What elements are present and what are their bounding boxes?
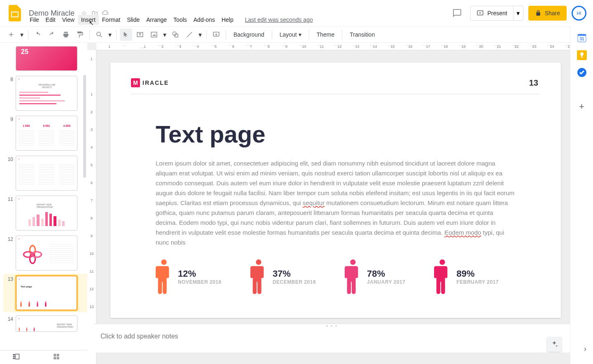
- slide-body-text[interactable]: Lorem ipsum dolor sit amet, consectetuer…: [156, 159, 516, 247]
- svg-rect-20: [45, 303, 47, 307]
- stat-value: 89%: [456, 268, 499, 279]
- stat-value: 37%: [273, 268, 316, 279]
- svg-rect-36: [57, 354, 59, 356]
- svg-point-29: [350, 259, 355, 265]
- svg-rect-35: [54, 354, 56, 356]
- new-slide-dropdown[interactable]: ▾: [19, 28, 25, 41]
- account-avatar[interactable]: HI: [572, 6, 586, 21]
- svg-point-25: [34, 327, 35, 328]
- person-icon: [156, 259, 172, 294]
- svg-point-3: [97, 32, 100, 36]
- svg-point-21: [19, 327, 20, 328]
- svg-rect-5: [151, 32, 157, 37]
- keep-icon[interactable]: [577, 50, 587, 60]
- slide-divider: [131, 94, 540, 94]
- select-tool[interactable]: [120, 28, 132, 41]
- add-sidebar-button[interactable]: +: [579, 101, 584, 112]
- menu-help[interactable]: Help: [218, 15, 237, 25]
- svg-rect-22: [19, 329, 20, 331]
- present-dropdown[interactable]: ▼: [514, 6, 523, 21]
- speaker-notes[interactable]: Click to add speaker notes: [94, 328, 570, 352]
- slide-brand: M IRACLE: [131, 78, 169, 87]
- menu-file[interactable]: File: [26, 15, 42, 25]
- svg-text:31: 31: [579, 37, 584, 41]
- svg-rect-14: [20, 303, 22, 307]
- slide-thumbnail-selected[interactable]: 13 Text page: [3, 274, 87, 312]
- new-slide-button[interactable]: [5, 28, 17, 41]
- slide-thumbnail[interactable]: 12: [5, 236, 87, 271]
- present-button[interactable]: Present: [470, 6, 513, 21]
- paint-format-button[interactable]: [74, 28, 86, 41]
- share-label: Share: [545, 10, 560, 16]
- comment-tool[interactable]: [210, 28, 222, 41]
- menu-edit[interactable]: Edit: [42, 15, 59, 25]
- menu-insert[interactable]: Insert: [78, 15, 99, 25]
- lock-icon: [535, 10, 542, 16]
- menubar: File Edit View Insert Format Slide Arran…: [26, 15, 313, 25]
- person-icon: [434, 259, 451, 294]
- menu-slide[interactable]: Slide: [124, 15, 143, 25]
- slide-thumbnail[interactable]: 11 REPORT "NEWPRESENTATION": [5, 196, 87, 231]
- slides-logo-icon[interactable]: [7, 5, 23, 21]
- notes-resize-handle[interactable]: ● ● ●: [94, 324, 570, 328]
- shape-tool[interactable]: [169, 28, 182, 41]
- stat-item: 12%NOVEMBER 2016: [156, 259, 222, 294]
- slide-thumbnail[interactable]: 10: [5, 156, 87, 191]
- menu-addons[interactable]: Add-ons: [190, 15, 218, 25]
- menu-format[interactable]: Format: [99, 15, 124, 25]
- stats-row: 12%NOVEMBER 201637%DECEMBER 201678%JANUA…: [156, 259, 520, 294]
- line-dropdown[interactable]: ▾: [197, 28, 203, 41]
- filmstrip-view-icon[interactable]: [12, 353, 20, 362]
- svg-rect-33: [13, 358, 15, 359]
- menu-arrange[interactable]: Arrange: [143, 15, 170, 25]
- svg-rect-16: [28, 303, 30, 307]
- collapse-sidepanel-icon[interactable]: ›: [584, 345, 586, 353]
- slide-thumbnail[interactable]: 9 1.590 9.981 4.009: [5, 116, 87, 151]
- undo-button[interactable]: [32, 28, 44, 41]
- brand-logo-icon: M: [131, 78, 140, 87]
- svg-point-19: [45, 301, 47, 303]
- stat-label: JANUARY 2017: [367, 279, 405, 285]
- line-tool[interactable]: [183, 28, 196, 41]
- image-dropdown[interactable]: ▾: [162, 28, 168, 41]
- zoom-dropdown[interactable]: ▾: [107, 28, 113, 41]
- share-button[interactable]: Share: [528, 6, 567, 21]
- svg-point-27: [161, 259, 166, 265]
- last-edit-link[interactable]: Last edit was seconds ago: [245, 16, 313, 23]
- slide-canvas[interactable]: M IRACLE 13 Text page Lorem ipsum dolor …: [110, 63, 561, 318]
- tasks-icon[interactable]: [577, 68, 587, 77]
- background-button[interactable]: Background: [229, 31, 268, 38]
- svg-rect-37: [54, 357, 56, 359]
- redo-button[interactable]: [46, 28, 58, 41]
- menu-view[interactable]: View: [59, 15, 78, 25]
- slide-thumbnail[interactable]: 25: [5, 46, 87, 71]
- image-tool[interactable]: [148, 28, 160, 41]
- explore-button[interactable]: [547, 337, 562, 352]
- svg-rect-34: [16, 354, 19, 359]
- slide-title[interactable]: Text page: [156, 120, 536, 148]
- svg-rect-26: [34, 329, 35, 331]
- comments-icon[interactable]: [449, 5, 465, 21]
- stat-item: 78%JANUARY 2017: [345, 259, 405, 294]
- textbox-tool[interactable]: [134, 28, 146, 41]
- ruler-vertical: 112345678910111213: [87, 50, 96, 364]
- side-panel: 31 +: [570, 26, 593, 364]
- theme-button[interactable]: Theme: [313, 31, 339, 38]
- canvas-area[interactable]: 1123456789101112131415161718192021222324…: [87, 43, 593, 364]
- present-icon: [476, 9, 484, 17]
- svg-point-28: [256, 259, 261, 265]
- layout-button[interactable]: Layout ▾: [275, 31, 306, 38]
- grid-view-icon[interactable]: [53, 353, 60, 362]
- transition-button[interactable]: Transition: [346, 31, 379, 38]
- ruler-horizontal: 1123456789101112131415161718192021222324…: [96, 43, 593, 50]
- slide-thumbnail[interactable]: 8 PROGRESS LINEPROJECT: [5, 76, 87, 111]
- calendar-icon[interactable]: 31: [577, 33, 587, 43]
- print-button[interactable]: [60, 28, 72, 41]
- filmstrip-scrollbar[interactable]: [83, 75, 86, 178]
- zoom-button[interactable]: [93, 28, 105, 41]
- filmstrip[interactable]: 25 8 PROGRESS LINEPROJECT 9 1.590 9.981 …: [0, 43, 87, 364]
- present-label: Present: [487, 10, 507, 16]
- slide-thumbnail[interactable]: 14 REPORT "NEWPRESENTATION": [5, 315, 87, 332]
- menu-tools[interactable]: Tools: [170, 15, 190, 25]
- stat-label: NOVEMBER 2016: [178, 279, 222, 285]
